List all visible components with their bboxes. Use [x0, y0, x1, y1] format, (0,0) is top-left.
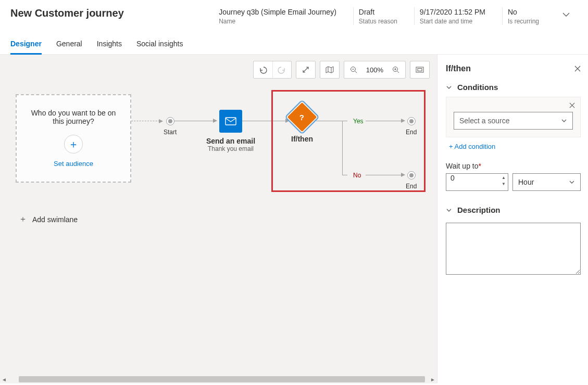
- scroll-thumb[interactable]: [19, 376, 425, 382]
- expand-header-chevron-icon[interactable]: [558, 7, 578, 19]
- undo-button[interactable]: [254, 61, 272, 78]
- svg-line-4: [397, 71, 399, 73]
- add-swimlane-label: Add swimlane: [32, 215, 78, 224]
- canvas-toolbar: 100%: [253, 61, 430, 79]
- svg-line-1: [355, 71, 357, 73]
- meta-recurring[interactable]: No Is recurring: [502, 7, 542, 25]
- condition-card: Select a source: [446, 97, 581, 137]
- source-select[interactable]: Select a source: [454, 112, 573, 130]
- email-icon: [219, 110, 242, 133]
- meta-recurring-label: Is recurring: [508, 18, 539, 25]
- tab-designer[interactable]: Designer: [10, 40, 42, 55]
- start-node[interactable]: Start: [164, 117, 177, 136]
- journey-canvas[interactable]: Who do you want to be on this journey? ＋…: [0, 55, 437, 383]
- add-swimlane-button[interactable]: ＋ Add swimlane: [19, 214, 78, 225]
- connector-ifthen-yes-a: [316, 121, 347, 121]
- svg-rect-8: [418, 69, 422, 71]
- end-node-yes[interactable]: End: [406, 117, 417, 136]
- chevron-down-icon: [446, 84, 452, 91]
- redo-button[interactable]: [272, 61, 291, 78]
- end-node-no[interactable]: End: [406, 171, 417, 190]
- tab-insights[interactable]: Insights: [97, 40, 122, 54]
- email-subtitle: Thank you email: [197, 145, 265, 152]
- branch-yes-label: Yes: [353, 118, 364, 125]
- add-audience-button[interactable]: ＋: [64, 135, 83, 153]
- fit-button[interactable]: [410, 61, 429, 78]
- chevron-down-icon: [561, 118, 567, 124]
- meta-name[interactable]: Journey q3b (Simple Email Journey) Name: [214, 7, 340, 25]
- audience-tile[interactable]: Who do you want to be on this journey? ＋…: [16, 94, 131, 183]
- svg-rect-9: [226, 118, 236, 125]
- meta-name-label: Name: [219, 18, 336, 25]
- header-meta: Journey q3b (Simple Email Journey) Name …: [214, 7, 542, 25]
- scroll-left-icon[interactable]: ◄: [0, 377, 8, 382]
- end-dot-icon: [407, 117, 416, 125]
- email-title: Send an email: [202, 137, 259, 145]
- workspace: 100% Who do you want to be on this journ…: [0, 55, 588, 383]
- panel-close-button[interactable]: [574, 66, 581, 72]
- meta-status-value: Draft: [359, 7, 397, 17]
- zoom-out-button[interactable]: [344, 61, 363, 78]
- tab-general[interactable]: General: [56, 40, 82, 54]
- start-label: Start: [164, 129, 177, 136]
- audience-question: Who do you want to be on this journey?: [29, 109, 118, 125]
- end-dot-icon: [407, 171, 416, 179]
- spinner-icon[interactable]: ▲▼: [502, 175, 506, 187]
- wait-label: Wait up to*: [446, 162, 581, 170]
- minimap-button[interactable]: [320, 61, 339, 78]
- connector-audience-start: [131, 121, 162, 121]
- ifthen-icon: ?: [284, 99, 320, 135]
- end-yes-label: End: [406, 129, 417, 136]
- meta-status-label: Status reason: [359, 18, 397, 25]
- description-label: Description: [457, 206, 501, 214]
- page-title: New Customer journey: [10, 7, 198, 19]
- plus-icon: ＋: [19, 214, 27, 225]
- canvas-area: 100% Who do you want to be on this journ…: [0, 55, 437, 383]
- connector-email-ifthen: [242, 121, 289, 121]
- wait-value-input[interactable]: 0 ▲▼: [446, 173, 508, 191]
- wait-unit-select[interactable]: Hour: [512, 173, 581, 191]
- fullscreen-button[interactable]: [296, 61, 315, 78]
- email-node[interactable]: Send an email Thank you email: [218, 110, 244, 152]
- zoom-in-button[interactable]: [386, 61, 405, 78]
- connector-branch-vert: [342, 121, 343, 175]
- ifthen-title: If/then: [290, 135, 315, 143]
- page-header: New Customer journey Journey q3b (Simple…: [0, 0, 588, 34]
- tab-bar: Designer General Insights Social insight…: [0, 34, 588, 55]
- source-select-placeholder: Select a source: [459, 117, 510, 125]
- tab-social-insights[interactable]: Social insights: [136, 40, 183, 54]
- wait-value: 0: [451, 174, 455, 182]
- connector-start-email: [173, 121, 217, 121]
- set-audience-link[interactable]: Set audience: [54, 160, 93, 168]
- branch-no-label: No: [353, 172, 361, 179]
- properties-panel: If/then Conditions Select a source + Add…: [437, 55, 588, 383]
- meta-start-label: Start date and time: [420, 18, 485, 25]
- description-textarea[interactable]: [446, 223, 581, 275]
- meta-start-value: 9/17/2020 11:52 PM: [420, 7, 485, 17]
- description-section-header[interactable]: Description: [446, 206, 581, 214]
- meta-recurring-value: No: [508, 7, 539, 17]
- add-condition-link[interactable]: + Add condition: [449, 143, 495, 150]
- zoom-level: 100%: [363, 61, 386, 78]
- scroll-right-icon[interactable]: ►: [429, 377, 437, 382]
- ifthen-node[interactable]: ? If/then: [290, 105, 315, 143]
- panel-title: If/then: [446, 64, 471, 73]
- conditions-section-header[interactable]: Conditions: [446, 83, 581, 92]
- start-dot-icon: [166, 117, 174, 125]
- remove-condition-button[interactable]: [569, 102, 575, 108]
- wait-unit-value: Hour: [518, 178, 534, 186]
- connector-no-a: [342, 175, 347, 175]
- horizontal-scrollbar[interactable]: ◄ ►: [0, 375, 437, 383]
- chevron-down-icon: [446, 207, 452, 213]
- conditions-label: Conditions: [457, 83, 498, 92]
- connector-no-end: [366, 175, 405, 175]
- meta-status[interactable]: Draft Status reason: [353, 7, 401, 25]
- end-no-label: End: [406, 183, 417, 190]
- chevron-down-icon: [569, 179, 575, 185]
- connector-yes-end: [366, 121, 405, 121]
- meta-start[interactable]: 9/17/2020 11:52 PM Start date and time: [414, 7, 489, 25]
- meta-name-value: Journey q3b (Simple Email Journey): [219, 7, 336, 17]
- svg-rect-7: [416, 67, 423, 72]
